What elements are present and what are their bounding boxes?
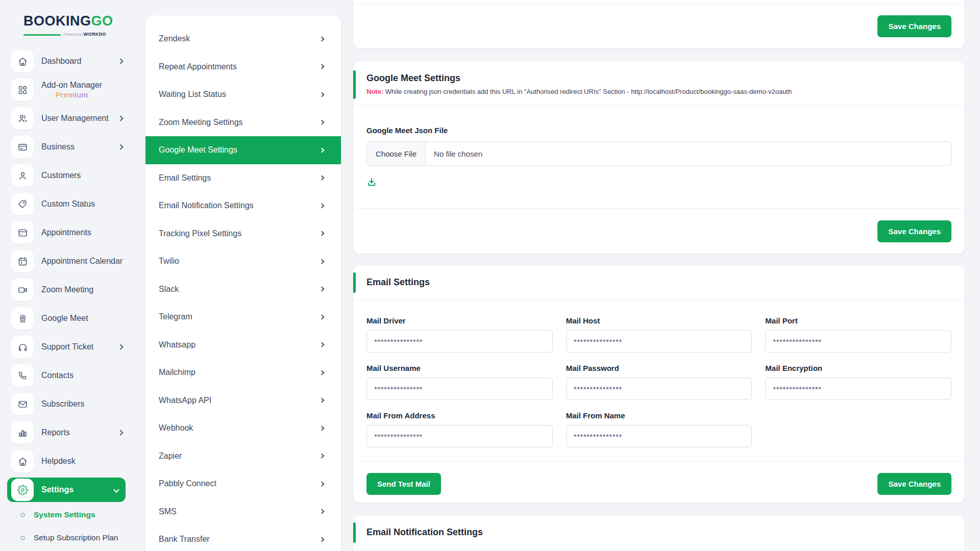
settings-menu-item-email-settings[interactable]: Email Settings [145, 164, 341, 192]
download-icon[interactable] [366, 177, 377, 187]
settings-menu-item-label: Tracking Pixel Settings [159, 229, 241, 238]
settings-menu-item-slack[interactable]: Slack [145, 276, 341, 304]
settings-menu-item-repeat-appointments[interactable]: Repeat Appointments [145, 53, 341, 81]
chevron-right-icon [320, 203, 325, 208]
mail-port-input[interactable] [765, 330, 951, 353]
settings-menu-item-label: WhatsApp API [159, 396, 211, 405]
settings-menu-item-label: Webhook [159, 423, 193, 433]
form-group-mail-port: Mail Port [765, 316, 951, 353]
card-footer: Save Changes [353, 3, 965, 48]
settings-menu-item-whatsapp-api[interactable]: WhatsApp API [145, 387, 341, 415]
settings-menu-item-label: Zoom Meeting Settings [159, 118, 243, 127]
settings-menu-item-label: Repeat Appointments [159, 62, 237, 71]
previous-settings-card: Save Changes [353, 0, 965, 48]
choose-file-button[interactable]: Choose File [367, 142, 426, 165]
mail-driver-input[interactable] [366, 330, 553, 353]
mail-from-name-label: Mail From Name [566, 411, 752, 420]
sidebar-item-user-management[interactable]: User Management [11, 107, 122, 130]
header-accent-bar [353, 272, 356, 293]
form-group-mail-encryption: Mail Encryption [765, 364, 951, 400]
json-file-input[interactable]: Choose File No file chosen [366, 141, 951, 166]
chevron-right-icon [117, 115, 123, 121]
chevron-down-icon [113, 487, 119, 492]
sidebar-item-label: Support Ticket [41, 342, 93, 352]
sidebar-item-helpdesk[interactable]: Helpdesk [11, 450, 122, 472]
settings-menu-item-whatsapp[interactable]: Whatsapp [145, 331, 341, 359]
sidebar-item-subscribers[interactable]: Subscribers [11, 393, 122, 415]
settings-menu-item-webhook[interactable]: Webhook [145, 414, 341, 442]
home-icon [11, 50, 34, 72]
calendar-icon [11, 250, 34, 272]
save-changes-button[interactable]: Save Changes [877, 220, 951, 242]
form-group-mail-password: Mail Password [566, 364, 752, 400]
settings-menu-item-waiting-list-status[interactable]: Waiting List Status [145, 81, 341, 109]
sidebar-subitem-system-settings[interactable]: System Settings [20, 510, 145, 519]
sidebar-subitem-setup-subscription-plan[interactable]: Setup Subscription Plan [20, 533, 145, 542]
mail-driver-label: Mail Driver [366, 316, 553, 325]
settings-menu-item-label: Google Meet Settings [159, 145, 237, 155]
circle-bullet-icon [20, 513, 25, 517]
sidebar-item-label: Subscribers [41, 399, 84, 409]
sidebar-item-custom-status[interactable]: Custom Status [11, 193, 122, 215]
mail-username-input[interactable] [366, 378, 553, 400]
settings-menu-item-google-meet-settings[interactable]: Google Meet Settings [145, 136, 341, 164]
json-file-label: Google Meet Json File [366, 126, 951, 135]
sidebar-item-zoom-meeting[interactable]: Zoom Meeting [11, 279, 122, 301]
card-title: Email Notification Settings [366, 527, 951, 538]
mail-icon [11, 393, 34, 415]
header-accent-bar [353, 522, 356, 543]
settings-menu-item-sms[interactable]: SMS [145, 498, 341, 526]
chevron-right-icon [320, 36, 325, 41]
credit-card-icon [11, 136, 34, 158]
settings-menu-item-tracking-pixel-settings[interactable]: Tracking Pixel Settings [145, 220, 341, 248]
settings-menu-item-twilio[interactable]: Twilio [145, 247, 341, 276]
sidebar-item-dashboard[interactable]: Dashboard [11, 50, 122, 72]
sidebar-item-support-ticket[interactable]: Support Ticket [11, 336, 122, 358]
mail-from-address-input[interactable] [366, 425, 553, 447]
form-group-mail-host: Mail Host [566, 316, 752, 353]
settings-menu-item-label: Mailchimp [159, 368, 195, 377]
settings-menu-item-email-notification-settings[interactable]: Email Notification Settings [145, 192, 341, 220]
settings-menu-item-label: SMS [159, 507, 177, 516]
sidebar-item-add-on-manager[interactable]: Add-on ManagerPremium [11, 79, 122, 101]
sidebar-item-settings[interactable]: Settings [7, 478, 126, 502]
card-footer: Send Test Mail Save Changes [353, 461, 965, 506]
sidebar-item-appointments[interactable]: Appointments [11, 221, 122, 244]
settings-menu-item-pabbly-connect[interactable]: Pabbly Connect [145, 470, 341, 498]
mail-from-name-input[interactable] [566, 425, 752, 447]
sidebar-item-reports[interactable]: Reports [11, 421, 122, 444]
sidebar-item-label: Contacts [41, 371, 74, 380]
settings-menu-item-label: Email Notification Settings [159, 201, 254, 210]
sidebar-item-label: Appointment Calendar [41, 257, 122, 266]
app-logo: BOOKINGGO Powered by WORKDO [0, 0, 145, 37]
chevron-right-icon [320, 231, 325, 236]
sidebar-item-appointment-calendar[interactable]: Appointment Calendar [11, 250, 122, 272]
send-test-mail-button[interactable]: Send Test Mail [366, 473, 441, 495]
sidebar-item-google-meet[interactable]: Google Meet [11, 307, 122, 330]
sidebar-item-label: Custom Status [41, 199, 95, 209]
settings-menu-item-zapier[interactable]: Zapier [145, 442, 341, 470]
mail-password-input[interactable] [566, 378, 752, 400]
settings-menu-item-zendesk[interactable]: Zendesk [145, 25, 341, 53]
sidebar-item-customers[interactable]: Customers [11, 164, 122, 187]
sidebar-item-contacts[interactable]: Contacts [11, 364, 122, 387]
sidebar-item-business[interactable]: Business [11, 136, 122, 158]
sidebar-nav: DashboardAdd-on ManagerPremiumUser Manag… [0, 50, 145, 501]
settings-menu-item-label: Telegram [159, 312, 192, 321]
powered-by-text: Powered by WORKDO [64, 32, 106, 37]
chevron-right-icon [320, 454, 325, 459]
card-footer: Save Changes [353, 208, 965, 254]
chevron-right-icon [320, 481, 325, 486]
save-changes-button[interactable]: Save Changes [877, 473, 951, 495]
chevron-right-icon [320, 398, 325, 403]
settings-menu-item-bank-transfer[interactable]: Bank Transfer [145, 525, 341, 551]
email-settings-card: Email Settings Mail DriverMail HostMail … [353, 265, 965, 503]
settings-menu-item-zoom-meeting-settings[interactable]: Zoom Meeting Settings [145, 109, 341, 137]
settings-menu-item-telegram[interactable]: Telegram [145, 303, 341, 331]
mail-encryption-input[interactable] [765, 378, 951, 400]
note-body: While creating json credentials add this… [385, 88, 792, 95]
save-changes-button[interactable]: Save Changes [877, 15, 951, 37]
settings-menu-item-mailchimp[interactable]: Mailchimp [145, 359, 341, 387]
sidebar-item-label: Zoom Meeting [41, 285, 93, 294]
mail-host-input[interactable] [566, 330, 752, 353]
